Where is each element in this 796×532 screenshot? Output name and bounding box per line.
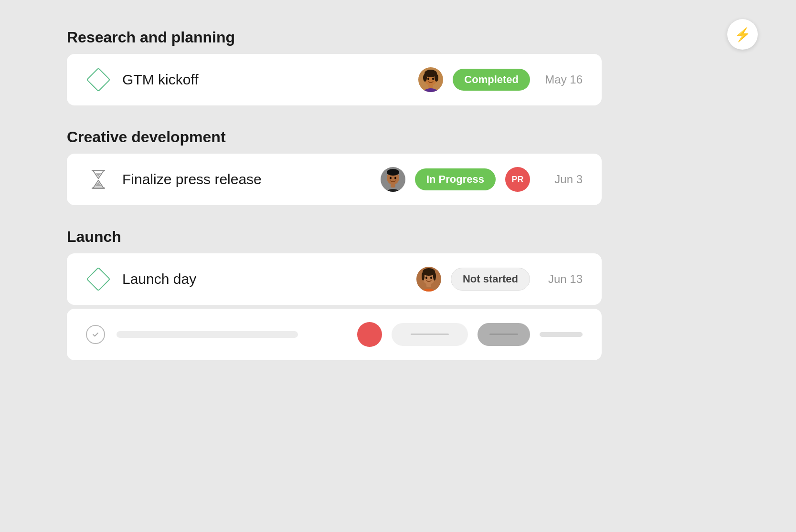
task-right-launch: Not started Jun 13 <box>416 267 583 292</box>
lightning-icon: ⚡ <box>734 27 751 42</box>
svg-point-22 <box>433 272 436 281</box>
section-title-launch: Launch <box>67 228 602 246</box>
section-research-planning: Research and planning GTM kickoff <box>67 29 602 105</box>
diamond-icon-launch <box>86 267 111 292</box>
section-title-research: Research and planning <box>67 29 602 46</box>
task-card-press-release[interactable]: Finalize press release <box>67 154 602 205</box>
redacted-avatar <box>357 322 382 347</box>
section-title-creative: Creative development <box>67 128 602 146</box>
status-badge-launch[interactable]: Not started <box>451 268 530 291</box>
svg-point-8 <box>432 78 434 80</box>
task-right-gtm: Completed May 16 <box>418 67 583 92</box>
task-name-press: Finalize press release <box>122 171 381 188</box>
hourglass-icon <box>89 169 108 190</box>
pr-badge[interactable]: PR <box>505 167 530 192</box>
avatar-man1 <box>381 167 405 192</box>
svg-point-23 <box>425 277 427 279</box>
task-card-launch-day[interactable]: Launch day <box>67 253 602 305</box>
svg-point-20 <box>423 268 435 276</box>
svg-point-5 <box>423 74 427 82</box>
redacted-task-card[interactable] <box>67 309 602 360</box>
svg-point-6 <box>435 74 438 82</box>
main-container: ⚡ Research and planning GTM kickoff <box>0 0 669 412</box>
redacted-text-bar <box>117 331 298 338</box>
diamond-icon-container <box>86 71 111 88</box>
redacted-date-bar <box>540 332 583 337</box>
redacted-text-area <box>117 331 357 338</box>
date-gtm: May 16 <box>540 73 583 86</box>
svg-point-24 <box>430 277 432 279</box>
check-circle-icon <box>86 325 105 344</box>
svg-point-15 <box>394 177 396 179</box>
redacted-gray-pill <box>478 323 530 346</box>
svg-point-21 <box>422 272 425 281</box>
status-badge-gtm[interactable]: Completed <box>453 69 530 91</box>
diamond-icon-launch-container <box>86 271 111 288</box>
diamond-icon <box>86 68 111 92</box>
hourglass-icon-container <box>86 169 111 190</box>
date-press: Jun 3 <box>540 173 583 186</box>
redacted-status-pill <box>392 323 468 346</box>
status-badge-press[interactable]: In Progress <box>415 168 496 190</box>
section-creative-development: Creative development Finalize press rele… <box>67 128 602 205</box>
section-launch: Launch Launch day <box>67 228 602 360</box>
task-card-gtm-kickoff[interactable]: GTM kickoff <box>67 54 602 105</box>
task-right-press: In Progress PR Jun 3 <box>381 167 583 192</box>
date-launch: Jun 13 <box>540 272 583 286</box>
redacted-right <box>357 322 583 347</box>
svg-point-13 <box>387 169 399 176</box>
task-name-launch: Launch day <box>122 271 416 287</box>
avatar-woman1 <box>418 67 443 92</box>
task-name-gtm: GTM kickoff <box>122 72 418 88</box>
lightning-button[interactable]: ⚡ <box>727 19 758 50</box>
avatar-woman2 <box>416 267 441 292</box>
svg-point-14 <box>390 177 392 179</box>
svg-point-7 <box>427 78 429 80</box>
